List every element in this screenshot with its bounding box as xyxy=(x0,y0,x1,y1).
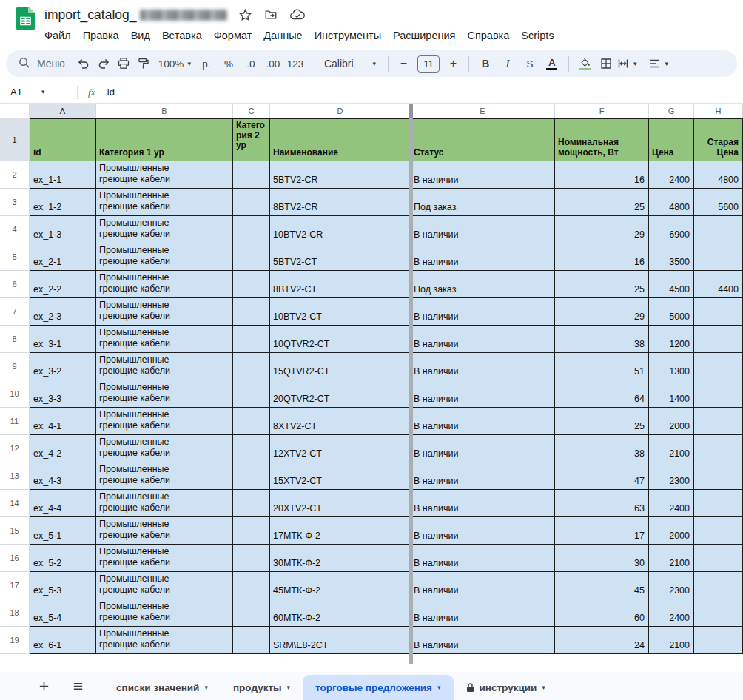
cell-C2[interactable] xyxy=(233,161,270,189)
cell-D16[interactable]: 30МТК-Ф-2 xyxy=(270,545,411,572)
all-sheets-button[interactable] xyxy=(68,676,87,696)
cell-G18[interactable]: 2400 xyxy=(649,599,694,627)
cell-G16[interactable]: 2100 xyxy=(649,545,694,572)
cell-B16[interactable]: Промышленные греющие кабели xyxy=(96,545,233,572)
menu-item[interactable]: Scripts xyxy=(515,27,559,44)
cell-D2[interactable]: 5BTV2-CR xyxy=(270,161,411,189)
cell-F18[interactable]: 60 xyxy=(555,599,649,627)
cell-A17[interactable]: ex_5-3 xyxy=(30,572,96,599)
menu-item[interactable]: Справка xyxy=(461,27,515,44)
cell-F1[interactable]: Номинальная мощность, Вт xyxy=(555,118,649,161)
cell-G19[interactable]: 2100 xyxy=(649,627,694,654)
cell-F10[interactable]: 64 xyxy=(555,380,649,408)
cell-B18[interactable]: Промышленные греющие кабели xyxy=(96,599,233,627)
cell-H14[interactable] xyxy=(694,490,743,517)
sheets-logo-icon[interactable] xyxy=(16,5,36,46)
cell-D13[interactable]: 15XTV2-CT xyxy=(270,462,411,490)
cell-F6[interactable]: 25 xyxy=(555,271,649,298)
cell-B5[interactable]: Промышленные греющие кабели xyxy=(96,243,233,271)
sheet-tab-2[interactable]: торговые предложения▾ xyxy=(303,675,453,700)
cell-D7[interactable]: 10BTV2-CT xyxy=(270,298,411,326)
cell-A11[interactable]: ex_4-1 xyxy=(30,408,96,435)
cell-C18[interactable] xyxy=(233,599,270,627)
cell-E3[interactable]: Под заказ xyxy=(411,189,555,216)
cell-H3[interactable]: 5600 xyxy=(694,189,743,216)
row-header-1[interactable]: 1 xyxy=(0,118,30,161)
cell-C13[interactable] xyxy=(233,462,270,490)
cell-D17[interactable]: 45МТК-Ф-2 xyxy=(270,572,411,599)
cell-D18[interactable]: 60МТК-Ф-2 xyxy=(270,599,411,627)
cell-E12[interactable]: В наличии xyxy=(411,435,555,462)
cell-D4[interactable]: 10BTV2-CR xyxy=(270,216,411,243)
cell-C15[interactable] xyxy=(233,517,270,545)
menu-item[interactable]: Файл xyxy=(38,27,77,44)
row-header-2[interactable]: 2 xyxy=(0,161,30,189)
cell-G15[interactable]: 2000 xyxy=(649,517,694,545)
cell-H6[interactable]: 4400 xyxy=(694,271,743,298)
font-selector[interactable]: Calibri ▾ xyxy=(317,54,383,74)
cell-D15[interactable]: 17МТК-Ф-2 xyxy=(270,517,411,545)
cell-D8[interactable]: 10QTVR2-CT xyxy=(270,326,411,353)
column-header-F[interactable]: F xyxy=(555,104,649,118)
cell-F13[interactable]: 47 xyxy=(555,462,649,490)
italic-button[interactable]: I xyxy=(497,54,519,74)
row-header-18[interactable]: 18 xyxy=(0,599,30,627)
cell-E16[interactable]: В наличии xyxy=(411,545,555,572)
cell-H9[interactable] xyxy=(694,353,743,380)
cell-F9[interactable]: 51 xyxy=(555,353,649,380)
cell-D12[interactable]: 12XTV2-CT xyxy=(270,435,411,462)
cell-G8[interactable]: 1200 xyxy=(649,326,694,353)
format-percent-button[interactable]: % xyxy=(218,54,240,74)
cell-G14[interactable]: 2400 xyxy=(649,490,694,517)
cell-H11[interactable] xyxy=(694,408,743,435)
text-color-button[interactable]: A xyxy=(541,54,563,74)
cell-B2[interactable]: Промышленные греющие кабели xyxy=(96,161,233,189)
cell-A9[interactable]: ex_3-2 xyxy=(30,353,96,380)
menu-search-button[interactable]: Меню xyxy=(12,54,74,74)
menu-item[interactable]: Данные xyxy=(258,27,308,44)
cell-H7[interactable] xyxy=(694,298,743,326)
name-box[interactable]: A1 ▾ xyxy=(10,87,73,98)
cell-H13[interactable] xyxy=(694,462,743,490)
cell-F4[interactable]: 29 xyxy=(555,216,649,243)
cell-C19[interactable] xyxy=(233,627,270,654)
chevron-down-icon[interactable]: ▾ xyxy=(287,684,291,691)
cell-D5[interactable]: 5BTV2-CT xyxy=(270,243,411,271)
print-button[interactable] xyxy=(114,54,134,74)
decrease-decimal-button[interactable]: .0 xyxy=(240,54,262,74)
font-size-input[interactable]: 11 xyxy=(417,55,440,73)
cell-B9[interactable]: Промышленные греющие кабели xyxy=(96,353,233,380)
cell-A7[interactable]: ex_2-3 xyxy=(30,298,96,326)
cell-A8[interactable]: ex_3-1 xyxy=(30,326,96,353)
cell-E13[interactable]: В наличии xyxy=(411,462,555,490)
chevron-down-icon[interactable]: ▾ xyxy=(204,684,208,691)
cell-G4[interactable]: 6900 xyxy=(649,216,694,243)
cell-C9[interactable] xyxy=(233,353,270,380)
cell-B4[interactable]: Промышленные греющие кабели xyxy=(96,216,233,243)
cell-B10[interactable]: Промышленные греющие кабели xyxy=(96,380,233,408)
cell-F7[interactable]: 29 xyxy=(555,298,649,326)
row-header-8[interactable]: 8 xyxy=(0,326,30,353)
cell-A12[interactable]: ex_4-2 xyxy=(30,435,96,462)
row-header-13[interactable]: 13 xyxy=(0,462,30,490)
cell-B1[interactable]: Категория 1 ур xyxy=(96,118,233,161)
cell-E15[interactable]: В наличии xyxy=(411,517,555,545)
cell-C16[interactable] xyxy=(233,545,270,572)
add-sheet-button[interactable] xyxy=(34,676,53,696)
cell-E4[interactable]: В наличии xyxy=(411,216,555,243)
cell-B19[interactable]: Промышленные греющие кабели xyxy=(96,627,233,654)
menu-item[interactable]: Правка xyxy=(77,27,125,44)
cell-A4[interactable]: ex_1-3 xyxy=(30,216,96,243)
cell-E17[interactable]: В наличии xyxy=(411,572,555,599)
cell-F2[interactable]: 16 xyxy=(555,161,649,189)
frozen-pane-divider[interactable] xyxy=(409,104,413,664)
row-header-5[interactable]: 5 xyxy=(0,243,30,271)
cell-E9[interactable]: В наличии xyxy=(411,353,555,380)
row-header-7[interactable]: 7 xyxy=(0,298,30,326)
horizontal-align-button[interactable]: ▾ xyxy=(648,54,668,74)
column-header-D[interactable]: D xyxy=(270,104,411,118)
cell-A16[interactable]: ex_5-2 xyxy=(30,545,96,572)
cell-C14[interactable] xyxy=(233,490,270,517)
row-header-9[interactable]: 9 xyxy=(0,353,30,380)
cell-H1[interactable]: Старая Цена xyxy=(694,118,743,161)
